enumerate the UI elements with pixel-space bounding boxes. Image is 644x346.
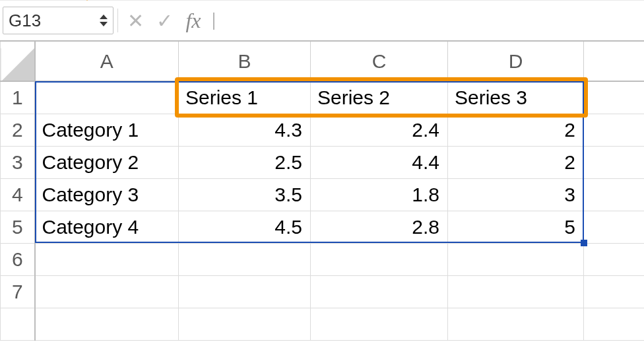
cell-D6[interactable]	[448, 243, 584, 275]
cell-E5[interactable]	[584, 211, 645, 243]
cell-E8[interactable]	[584, 308, 645, 340]
chevron-up-icon[interactable]	[100, 15, 108, 19]
cell-B6[interactable]	[179, 243, 311, 275]
cell-B8[interactable]	[179, 308, 311, 340]
column-header-row: A B C D	[1, 42, 645, 81]
cancel-icon[interactable]: ✕	[121, 9, 150, 32]
row-header-5[interactable]: 5	[1, 211, 35, 243]
column-header-E[interactable]	[584, 42, 645, 81]
cell-B4[interactable]: 3.5	[179, 178, 311, 211]
row-8	[1, 308, 645, 340]
row-header-8[interactable]	[1, 308, 35, 340]
formula-input[interactable]	[210, 9, 644, 32]
cell-E4[interactable]	[584, 178, 645, 211]
spreadsheet-grid[interactable]: A B C D 1 Series 1 Series 2 Series 3 2 C…	[0, 42, 644, 341]
column-header-D[interactable]: D	[448, 42, 584, 81]
cell-A3[interactable]: Category 2	[35, 146, 179, 178]
column-header-A[interactable]: A	[35, 42, 179, 81]
cell-D8[interactable]	[448, 308, 584, 340]
name-box[interactable]: G13	[3, 7, 113, 34]
formula-bar: G13 ✕ ✓ fx	[0, 0, 644, 42]
cell-A4[interactable]: Category 3	[35, 178, 179, 211]
function-wizard-button[interactable]: fx	[179, 9, 208, 33]
cell-C4[interactable]: 1.8	[311, 178, 448, 211]
column-header-C[interactable]: C	[311, 42, 448, 81]
cell-D7[interactable]	[448, 275, 584, 308]
cell-E3[interactable]	[584, 146, 645, 178]
row-header-4[interactable]: 4	[1, 178, 35, 211]
cell-A6[interactable]	[35, 243, 179, 275]
name-box-value: G13	[9, 11, 41, 31]
tab-indicator-caret	[80, 0, 94, 1]
cell-C1[interactable]: Series 2	[311, 81, 448, 114]
cell-E1[interactable]	[584, 81, 645, 114]
cell-A7[interactable]	[35, 275, 179, 308]
name-box-stepper[interactable]	[100, 15, 108, 26]
row-1: 1 Series 1 Series 2 Series 3	[1, 81, 645, 114]
cell-E2[interactable]	[584, 114, 645, 146]
row-header-3[interactable]: 3	[1, 146, 35, 178]
cell-A2[interactable]: Category 1	[35, 114, 179, 146]
row-2: 2 Category 1 4.3 2.4 2	[1, 114, 645, 146]
cell-D2[interactable]: 2	[448, 114, 584, 146]
cell-B2[interactable]: 4.3	[179, 114, 311, 146]
accept-icon[interactable]: ✓	[150, 9, 179, 32]
row-header-2[interactable]: 2	[1, 114, 35, 146]
cell-B7[interactable]	[179, 275, 311, 308]
cell-C5[interactable]: 2.8	[311, 211, 448, 243]
cell-E7[interactable]	[584, 275, 645, 308]
row-header-7[interactable]: 7	[1, 275, 35, 308]
row-7: 7	[1, 275, 645, 308]
row-3: 3 Category 2 2.5 4.4 2	[1, 146, 645, 178]
cell-E6[interactable]	[584, 243, 645, 275]
cell-B3[interactable]: 2.5	[179, 146, 311, 178]
divider	[117, 9, 118, 32]
cell-A5[interactable]: Category 4	[35, 211, 179, 243]
row-header-6[interactable]: 6	[1, 243, 35, 275]
cell-D3[interactable]: 2	[448, 146, 584, 178]
row-6: 6	[1, 243, 645, 275]
cell-C2[interactable]: 2.4	[311, 114, 448, 146]
row-header-1[interactable]: 1	[1, 81, 35, 114]
cell-D4[interactable]: 3	[448, 178, 584, 211]
cell-B5[interactable]: 4.5	[179, 211, 311, 243]
column-header-B[interactable]: B	[179, 42, 311, 81]
cell-D5[interactable]: 5	[448, 211, 584, 243]
cell-A8[interactable]	[35, 308, 179, 340]
select-all-corner[interactable]	[1, 42, 35, 81]
cell-A1[interactable]	[35, 81, 179, 114]
cell-D1[interactable]: Series 3	[448, 81, 584, 114]
cell-C3[interactable]: 4.4	[311, 146, 448, 178]
row-5: 5 Category 4 4.5 2.8 5	[1, 211, 645, 243]
cell-C6[interactable]	[311, 243, 448, 275]
cell-C7[interactable]	[311, 275, 448, 308]
cell-C8[interactable]	[311, 308, 448, 340]
cell-B1[interactable]: Series 1	[179, 81, 311, 114]
grid-body: 1 Series 1 Series 2 Series 3 2 Category …	[1, 81, 645, 340]
chevron-down-icon[interactable]	[100, 22, 108, 26]
row-4: 4 Category 3 3.5 1.8 3	[1, 178, 645, 211]
